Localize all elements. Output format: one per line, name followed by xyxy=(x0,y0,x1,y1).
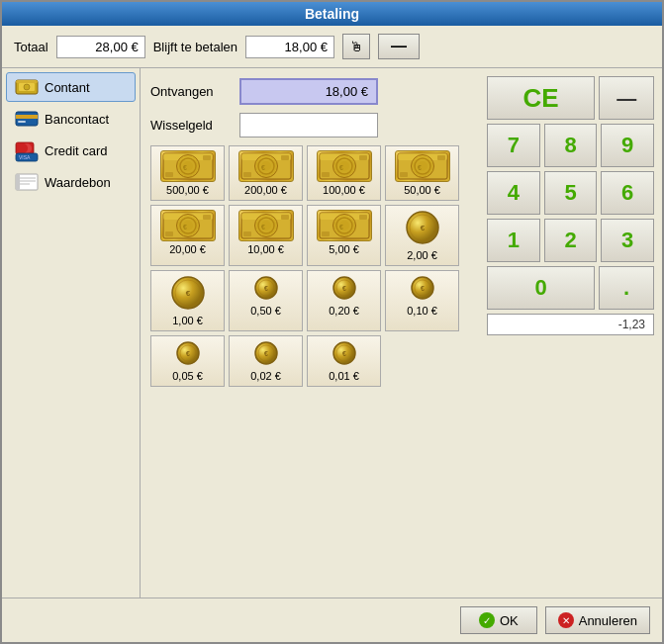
top-minus-button[interactable]: — xyxy=(378,34,420,59)
bill-button-3[interactable]: € 50,00 € xyxy=(385,145,459,201)
numpad-1[interactable]: 1 xyxy=(487,219,540,262)
svg-rect-3 xyxy=(16,80,38,83)
svg-point-61 xyxy=(336,218,352,233)
bill-label-7: 2,00 € xyxy=(407,249,437,261)
bill-label-14: 0,01 € xyxy=(329,370,359,382)
bill-button-12[interactable]: € 0,05 € xyxy=(150,335,225,387)
bill-label-12: 0,05 € xyxy=(172,370,203,382)
numpad-5[interactable]: 5 xyxy=(544,171,598,215)
svg-point-9 xyxy=(18,143,28,153)
bill-label-2: 100,00 € xyxy=(323,184,365,196)
svg-text:€: € xyxy=(420,224,425,232)
svg-text:€: € xyxy=(183,164,187,171)
blijft-input[interactable] xyxy=(245,36,334,58)
numpad-7[interactable]: 7 xyxy=(487,124,540,167)
svg-text:€: € xyxy=(342,285,346,292)
annuleren-label: Annuleren xyxy=(579,613,637,628)
sidebar: Contant Bancontact xyxy=(2,68,141,598)
bill-button-0[interactable]: € 500,00 € xyxy=(150,145,225,201)
numpad-minus-button[interactable]: — xyxy=(599,76,654,120)
bill-button-1[interactable]: € 200,00 € xyxy=(229,145,303,201)
bill-button-9[interactable]: € 0,50 € xyxy=(229,270,303,331)
sidebar-item-waardebon[interactable]: Waardebon xyxy=(6,167,136,197)
cursor-button[interactable]: 🖱 xyxy=(342,34,370,59)
coin-icon-14: € xyxy=(332,340,357,368)
numpad-display: -1,23 xyxy=(487,314,654,335)
svg-rect-6 xyxy=(18,121,26,123)
numpad-8[interactable]: 8 xyxy=(544,124,598,167)
bill-label-11: 0,10 € xyxy=(407,305,437,317)
svg-rect-22 xyxy=(165,172,173,177)
numpad-0[interactable]: 0 xyxy=(487,266,595,310)
svg-rect-16 xyxy=(16,174,20,190)
contant-icon xyxy=(15,78,39,96)
bill-label-5: 10,00 € xyxy=(247,243,284,255)
bill-button-10[interactable]: € 0,20 € xyxy=(307,270,381,331)
sidebar-item-bancontact[interactable]: Bancontact xyxy=(6,104,136,134)
window-title: Betaling xyxy=(305,6,359,22)
ontvangen-input[interactable] xyxy=(239,78,378,105)
bill-button-5[interactable]: € 10,00 € xyxy=(229,205,303,266)
ok-button[interactable]: ✓ OK xyxy=(460,606,537,634)
cancel-icon: ✕ xyxy=(558,612,574,628)
bill-button-6[interactable]: € 5,00 € xyxy=(307,205,381,266)
svg-point-19 xyxy=(180,158,196,174)
svg-point-41 xyxy=(418,161,427,171)
svg-point-47 xyxy=(180,218,196,233)
svg-rect-51 xyxy=(203,215,211,220)
svg-point-33 xyxy=(336,158,352,174)
annuleren-button[interactable]: ✕ Annuleren xyxy=(545,606,650,634)
numpad-4[interactable]: 4 xyxy=(487,171,540,215)
coin-icon-8: € xyxy=(170,275,206,313)
bill-label-1: 200,00 € xyxy=(244,184,287,196)
bill-button-4[interactable]: € 20,00 € xyxy=(150,205,225,266)
wisselgeld-input[interactable] xyxy=(239,113,378,138)
svg-text:€: € xyxy=(183,224,187,230)
svg-rect-30 xyxy=(281,155,289,160)
wisselgeld-row: Wisselgeld xyxy=(150,113,469,138)
coin-icon-11: € xyxy=(410,275,435,303)
svg-point-2 xyxy=(24,84,30,90)
bill-button-14[interactable]: € 0,01 € xyxy=(307,335,381,387)
contant-label: Contant xyxy=(45,80,90,95)
sidebar-item-creditcard[interactable]: VISA Credit card xyxy=(6,136,136,165)
svg-point-26 xyxy=(258,158,274,174)
coin-icon-9: € xyxy=(253,275,279,303)
svg-text:€: € xyxy=(339,224,343,230)
numpad-3[interactable]: 3 xyxy=(601,219,654,262)
bill-button-11[interactable]: € 0,10 € xyxy=(385,270,459,331)
bill-label-3: 50,00 € xyxy=(404,184,440,196)
bill-label-9: 0,50 € xyxy=(250,305,281,317)
numpad-6[interactable]: 6 xyxy=(601,171,654,215)
bill-label-0: 500,00 € xyxy=(166,184,209,196)
numpad-row-123: 1 2 3 xyxy=(487,219,654,262)
ontvangen-row: Ontvangen xyxy=(150,78,469,105)
numpad-2[interactable]: 2 xyxy=(544,219,598,262)
bancontact-label: Bancontact xyxy=(45,112,109,127)
ontvangen-label: Ontvangen xyxy=(150,84,230,99)
sidebar-item-contant[interactable]: Contant xyxy=(6,72,136,102)
svg-rect-64 xyxy=(322,231,330,236)
title-bar: Betaling xyxy=(2,2,662,26)
svg-text:VISA: VISA xyxy=(19,154,31,160)
coin-icon-12: € xyxy=(175,340,201,368)
bill-label-10: 0,20 € xyxy=(329,305,359,317)
svg-rect-58 xyxy=(281,215,289,220)
svg-text:€: € xyxy=(261,164,265,171)
svg-text:€: € xyxy=(185,289,190,298)
numpad-9[interactable]: 9 xyxy=(601,124,654,167)
numpad-row-ce: CE — xyxy=(487,76,654,120)
svg-point-34 xyxy=(339,161,349,171)
bill-button-8[interactable]: € 1,00 € xyxy=(150,270,225,331)
numpad-row-0dot: 0 . xyxy=(487,266,654,310)
totaal-input[interactable] xyxy=(56,36,145,58)
bill-button-2[interactable]: € 100,00 € xyxy=(307,145,381,201)
svg-text:€: € xyxy=(342,350,346,357)
ce-button[interactable]: CE xyxy=(487,76,595,120)
svg-text:€: € xyxy=(264,285,268,292)
svg-rect-57 xyxy=(243,231,251,236)
bill-button-7[interactable]: € 2,00 € xyxy=(385,205,459,266)
numpad-area: CE — 7 8 9 4 5 6 1 2 3 0 xyxy=(479,68,662,598)
bill-button-13[interactable]: € 0,02 € xyxy=(229,335,303,387)
numpad-dot[interactable]: . xyxy=(599,266,654,310)
